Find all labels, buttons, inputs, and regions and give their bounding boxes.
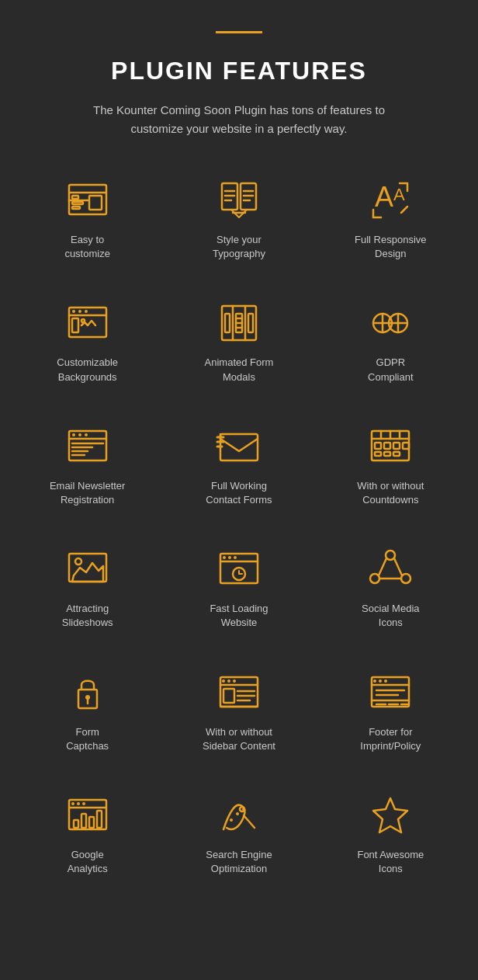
feature-label: With or withoutCountdowns: [357, 479, 424, 507]
feature-label: With or withoutSidebar Content: [203, 725, 275, 753]
social-media-icon: [367, 546, 414, 593]
svg-point-114: [242, 808, 245, 811]
svg-point-49: [85, 433, 88, 436]
svg-point-89: [227, 679, 230, 683]
svg-point-26: [85, 310, 88, 313]
svg-rect-91: [372, 677, 409, 707]
svg-rect-108: [81, 814, 86, 828]
feature-label: Email NewsletterRegistration: [50, 479, 126, 507]
svg-rect-60: [375, 452, 381, 456]
feature-label: Footer forImprint/Policy: [360, 725, 421, 753]
svg-line-76: [394, 558, 402, 575]
feature-customizable-bg: CustomizableBackgrounds: [16, 292, 159, 391]
svg-text:A: A: [375, 181, 393, 213]
svg-point-90: [233, 679, 236, 683]
feature-easy-customize: Easy tocustomize: [16, 169, 159, 269]
analytics-icon: [64, 792, 111, 839]
svg-rect-107: [74, 820, 78, 828]
svg-point-97: [373, 679, 376, 683]
full-responsive-icon: A A: [367, 177, 414, 224]
feature-label: AttractingSlideshows: [62, 602, 113, 630]
feature-animated-forms: Animated FormModals: [167, 292, 310, 391]
top-divider: [216, 31, 262, 33]
feature-label: Full WorkingContact Forms: [206, 479, 272, 507]
slideshows-icon: [64, 546, 111, 593]
feature-countdowns: With or withoutCountdowns: [319, 415, 462, 515]
feature-slideshows: AttractingSlideshows: [16, 538, 159, 638]
svg-point-106: [82, 802, 85, 805]
gdpr-icon: [367, 300, 414, 346]
svg-text:A: A: [393, 185, 405, 204]
feature-style-typography: Style yourTypography: [167, 169, 310, 269]
features-grid: Easy tocustomize Style yourTypograph: [16, 169, 462, 884]
svg-point-70: [234, 556, 237, 559]
captchas-icon: [64, 669, 111, 716]
svg-rect-62: [393, 452, 400, 456]
feature-label: Search EngineOptimization: [206, 848, 272, 876]
svg-rect-57: [375, 443, 381, 449]
svg-rect-36: [225, 314, 230, 332]
svg-rect-84: [223, 689, 234, 703]
svg-point-88: [222, 679, 225, 683]
feature-gdpr: GDPRCompliant: [319, 292, 462, 391]
svg-point-28: [81, 319, 85, 322]
fast-loading-icon: [216, 546, 262, 593]
svg-rect-58: [384, 443, 390, 449]
svg-point-98: [379, 679, 382, 683]
feature-email-newsletter: Email NewsletterRegistration: [16, 415, 159, 515]
feature-label: GDPRCompliant: [368, 356, 414, 384]
feature-label: GoogleAnalytics: [68, 848, 108, 876]
svg-point-68: [223, 556, 226, 559]
feature-captchas: FormCaptchas: [16, 662, 159, 761]
feature-contact-forms: Full WorkingContact Forms: [167, 415, 310, 515]
feature-fast-loading: Fast LoadingWebsite: [167, 538, 310, 638]
svg-rect-4: [72, 202, 83, 204]
svg-rect-63: [403, 443, 409, 449]
feature-analytics: GoogleAnalytics: [16, 784, 159, 884]
svg-rect-59: [393, 443, 400, 449]
feature-label: CustomizableBackgrounds: [57, 356, 118, 384]
svg-point-113: [236, 812, 239, 815]
feature-seo: Search EngineOptimization: [167, 784, 310, 884]
font-awesome-icon: [367, 792, 414, 839]
feature-label: FormCaptchas: [66, 725, 109, 753]
feature-social-media: Social MediaIcons: [319, 538, 462, 638]
feature-label: Social MediaIcons: [362, 602, 419, 630]
animated-forms-icon: [216, 300, 262, 346]
feature-font-awesome: Font AwesomeIcons: [319, 784, 462, 884]
sidebar-icon: [216, 669, 262, 716]
feature-label: Font AwesomeIcons: [357, 848, 424, 876]
page-wrapper: PLUGIN FEATURES The Kounter Coming Soon …: [0, 0, 478, 930]
section-title: PLUGIN FEATURES: [16, 57, 462, 85]
svg-rect-61: [384, 452, 390, 456]
svg-point-99: [384, 679, 387, 683]
feature-label: Fast LoadingWebsite: [210, 602, 268, 630]
feature-sidebar: With or withoutSidebar Content: [167, 662, 310, 761]
svg-point-47: [72, 433, 75, 436]
svg-point-112: [230, 818, 233, 822]
feature-full-responsive: A A Full ResponsiveDesign: [319, 169, 462, 269]
email-newsletter-icon: [64, 423, 111, 470]
customizable-bg-icon: [64, 300, 111, 346]
section-subtitle: The Kounter Coming Soon Plugin has tons …: [68, 101, 410, 138]
svg-rect-110: [97, 811, 102, 828]
style-typography-icon: [216, 177, 262, 224]
svg-rect-3: [72, 196, 78, 199]
svg-line-21: [401, 207, 407, 213]
footer-icon: [367, 669, 414, 716]
feature-label: Easy tocustomize: [64, 233, 110, 261]
svg-point-65: [75, 558, 81, 565]
svg-point-104: [71, 802, 74, 805]
svg-point-69: [228, 556, 231, 559]
easy-customize-icon: [64, 177, 111, 224]
svg-point-105: [77, 802, 80, 805]
feature-label: Style yourTypography: [213, 233, 265, 261]
svg-point-24: [72, 310, 75, 313]
svg-rect-27: [72, 318, 78, 332]
feature-label: Full ResponsiveDesign: [355, 233, 427, 261]
countdowns-icon: [367, 423, 414, 470]
contact-forms-icon: [216, 423, 262, 470]
svg-rect-109: [89, 817, 94, 828]
svg-rect-37: [248, 314, 253, 332]
svg-point-25: [78, 310, 81, 313]
